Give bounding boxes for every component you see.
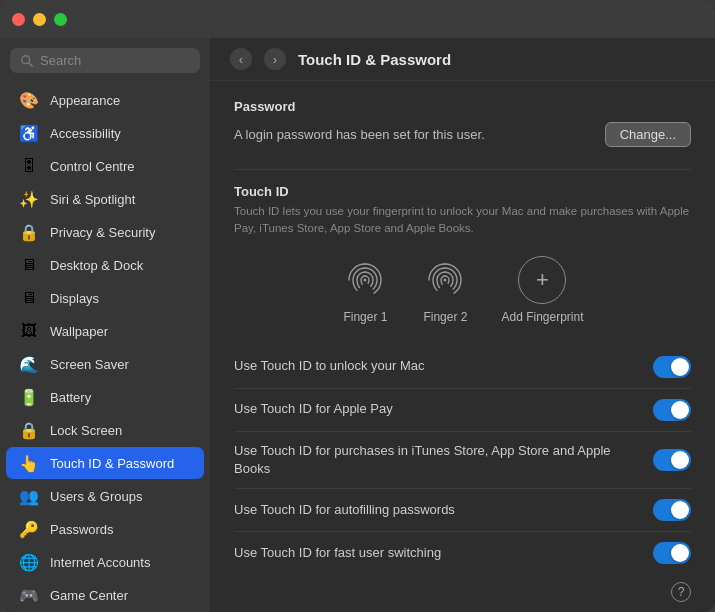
sidebar-item-screen-saver-label: Screen Saver [50,357,129,372]
touch-id-heading: Touch ID [234,184,691,199]
lock-screen-icon: 🔒 [18,419,40,441]
sidebar-item-appearance[interactable]: 🎨Appearance [6,84,204,116]
search-box[interactable]: Search [10,48,200,73]
toggle-label-2: Use Touch ID for purchases in iTunes Sto… [234,442,614,478]
finger-2-item[interactable]: Finger 2 [421,256,469,324]
sidebar-item-siri-spotlight[interactable]: ✨Siri & Spotlight [6,183,204,215]
close-button[interactable] [12,13,25,26]
screen-saver-icon: 🌊 [18,353,40,375]
wallpaper-icon: 🖼 [18,320,40,342]
sidebar-item-game-center[interactable]: 🎮Game Center [6,579,204,611]
sidebar-item-control-centre-label: Control Centre [50,159,135,174]
toggle-row-3: Use Touch ID for autofilling passwords [234,489,691,532]
internet-accounts-icon: 🌐 [18,551,40,573]
sidebar-item-privacy-security[interactable]: 🔒Privacy & Security [6,216,204,248]
main-content: ‹ › Touch ID & Password Password A login… [210,38,715,612]
main-body: Password A login password has been set f… [210,81,715,612]
content-area: Search 🎨Appearance♿Accessibility🎛Control… [0,38,715,612]
sidebar-item-users-groups[interactable]: 👥Users & Groups [6,480,204,512]
touch-id-password-icon: 👆 [18,452,40,474]
sidebar-item-screen-saver[interactable]: 🌊Screen Saver [6,348,204,380]
toggle-row-0: Use Touch ID to unlock your Mac [234,346,691,389]
battery-icon: 🔋 [18,386,40,408]
finger-1-item[interactable]: Finger 1 [341,256,389,324]
help-button[interactable]: ? [671,582,691,602]
svg-point-2 [364,278,367,281]
search-placeholder: Search [40,53,81,68]
password-description: A login password has been set for this u… [234,127,485,142]
sidebar-item-displays-label: Displays [50,291,99,306]
add-fingerprint-item[interactable]: + Add Fingerprint [501,256,583,324]
add-fingerprint-label: Add Fingerprint [501,310,583,324]
game-center-icon: 🎮 [18,584,40,606]
sidebar-item-appearance-label: Appearance [50,93,120,108]
sidebar-item-game-center-label: Game Center [50,588,128,603]
sidebar-item-privacy-security-label: Privacy & Security [50,225,155,240]
finger-1-label: Finger 1 [343,310,387,324]
sidebar-item-displays[interactable]: 🖥Displays [6,282,204,314]
toggle-switch-0[interactable] [653,356,691,378]
fingerprint-row: Finger 1 [234,256,691,324]
main-header: ‹ › Touch ID & Password [210,38,715,81]
sidebar-item-accessibility-label: Accessibility [50,126,121,141]
sidebar-item-lock-screen-label: Lock Screen [50,423,122,438]
toggle-switch-2[interactable] [653,449,691,471]
sidebar-item-control-centre[interactable]: 🎛Control Centre [6,150,204,182]
toggle-row-4: Use Touch ID for fast user switching [234,532,691,574]
sidebar-item-passwords-label: Passwords [50,522,114,537]
sidebar-item-touch-id-password-label: Touch ID & Password [50,456,174,471]
sidebar-item-internet-accounts-label: Internet Accounts [50,555,150,570]
toggle-row-2: Use Touch ID for purchases in iTunes Sto… [234,432,691,489]
svg-point-3 [444,278,447,281]
toggle-label-3: Use Touch ID for autofilling passwords [234,501,455,519]
finger-1-icon [341,256,389,304]
toggle-label-4: Use Touch ID for fast user switching [234,544,441,562]
system-preferences-window: Search 🎨Appearance♿Accessibility🎛Control… [0,0,715,612]
toggle-label-0: Use Touch ID to unlock your Mac [234,357,425,375]
sidebar: Search 🎨Appearance♿Accessibility🎛Control… [0,38,210,612]
search-icon [20,54,34,68]
control-centre-icon: 🎛 [18,155,40,177]
toggle-label-1: Use Touch ID for Apple Pay [234,400,393,418]
back-button[interactable]: ‹ [230,48,252,70]
desktop-dock-icon: 🖥 [18,254,40,276]
toggle-row-1: Use Touch ID for Apple Pay [234,389,691,432]
change-password-button[interactable]: Change... [605,122,691,147]
traffic-lights [12,13,67,26]
sidebar-item-battery[interactable]: 🔋Battery [6,381,204,413]
sidebar-item-battery-label: Battery [50,390,91,405]
maximize-button[interactable] [54,13,67,26]
sidebar-item-accessibility[interactable]: ♿Accessibility [6,117,204,149]
finger-2-icon [421,256,469,304]
sidebar-item-passwords[interactable]: 🔑Passwords [6,513,204,545]
sidebar-item-internet-accounts[interactable]: 🌐Internet Accounts [6,546,204,578]
sidebar-items-list: 🎨Appearance♿Accessibility🎛Control Centre… [0,83,210,612]
toggle-switch-3[interactable] [653,499,691,521]
sidebar-item-users-groups-label: Users & Groups [50,489,142,504]
svg-line-1 [29,62,33,66]
displays-icon: 🖥 [18,287,40,309]
sidebar-item-touch-id-password[interactable]: 👆Touch ID & Password [6,447,204,479]
minimize-button[interactable] [33,13,46,26]
password-row: A login password has been set for this u… [234,122,691,147]
toggle-switch-1[interactable] [653,399,691,421]
titlebar [0,0,715,38]
touch-id-description: Touch ID lets you use your fingerprint t… [234,203,691,238]
sidebar-item-desktop-dock[interactable]: 🖥Desktop & Dock [6,249,204,281]
sidebar-item-lock-screen[interactable]: 🔒Lock Screen [6,414,204,446]
finger-2-label: Finger 2 [423,310,467,324]
users-groups-icon: 👥 [18,485,40,507]
password-section-heading: Password [234,99,691,114]
forward-button[interactable]: › [264,48,286,70]
add-fingerprint-circle[interactable]: + [518,256,566,304]
accessibility-icon: ♿ [18,122,40,144]
sidebar-item-wallpaper[interactable]: 🖼Wallpaper [6,315,204,347]
toggle-switch-4[interactable] [653,542,691,564]
section-divider [234,169,691,170]
passwords-icon: 🔑 [18,518,40,540]
toggle-rows: Use Touch ID to unlock your MacUse Touch… [234,346,691,574]
privacy-security-icon: 🔒 [18,221,40,243]
siri-spotlight-icon: ✨ [18,188,40,210]
sidebar-item-siri-spotlight-label: Siri & Spotlight [50,192,135,207]
appearance-icon: 🎨 [18,89,40,111]
